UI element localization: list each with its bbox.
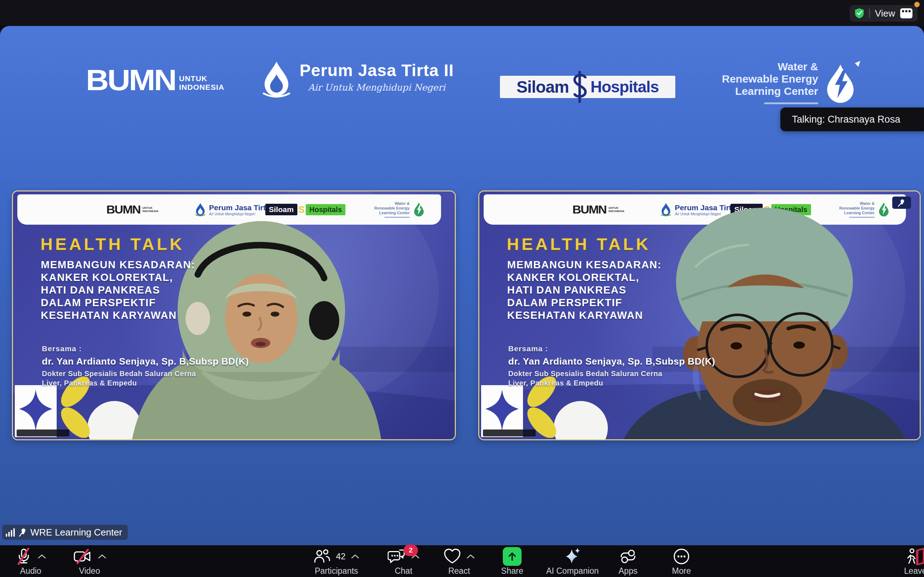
video-button[interactable]: Video	[64, 548, 115, 576]
apps-icon[interactable]	[620, 549, 636, 564]
siloam-emblem-icon: S	[764, 204, 770, 215]
watermark-label	[16, 429, 69, 436]
bumn-logo-mini: BUMN UNTUKINDONESIA	[572, 203, 624, 217]
wre-line-1: Water &	[778, 61, 818, 73]
water-drop-icon	[195, 203, 205, 216]
virtual-background: BUMN UNTUKINDONESIA Perum Jasa Tirta II …	[479, 192, 920, 439]
pjt-logo-mini: Perum Jasa Tirta II Air Untuk Menghidupi…	[661, 203, 742, 216]
window-top-bar: View	[0, 0, 924, 26]
wre-learning-center-logo: Water & Renewable Energy Learning Center	[722, 61, 861, 107]
network-signal-icon	[6, 528, 15, 537]
pjt-name: Perum Jasa Tirta II	[300, 61, 454, 80]
video-options-chevron[interactable]	[98, 554, 106, 559]
slide-with-label: Bersama :	[508, 344, 548, 353]
bumn-logo-mini: BUMN UNTUKINDONESIA	[107, 203, 158, 217]
decor-circle	[554, 401, 608, 440]
recording-indicator-dot	[914, 2, 920, 7]
slide-banner: BUMN UNTUKINDONESIA Perum Jasa Tirta II …	[484, 194, 906, 225]
camera-muted-icon[interactable]	[73, 549, 92, 564]
share-button[interactable]: Share	[492, 548, 532, 576]
meeting-toolbar: Audio Video	[0, 545, 924, 577]
slide-title: MEMBANGUN KESADARAN: KANKER KOLOREKTAL, …	[507, 259, 662, 322]
security-shield-icon[interactable]	[855, 8, 864, 19]
gallery-view-icon[interactable]	[900, 8, 913, 18]
virtual-background: BUMN UNTUKINDONESIA Perum Jasa Tirta II …	[13, 192, 455, 439]
siloam-logo-mini: Siloam S Hospitals	[730, 204, 811, 215]
slide-heading: HEALTH TALK	[40, 234, 184, 254]
slide-speaker-desc: Dokter Sub Spesialis Bedah Saluran Cerna	[508, 370, 662, 378]
chat-unread-badge: 2	[404, 545, 418, 556]
view-button-label[interactable]: View	[875, 8, 895, 19]
video-tile-speaker-2[interactable]: BUMN UNTUKINDONESIA Perum Jasa Tirta II …	[478, 190, 921, 440]
bumn-tagline-2: INDONESIA	[179, 83, 225, 92]
ai-companion-sparkle-icon[interactable]	[563, 547, 582, 566]
video-tile-speaker-1[interactable]: BUMN UNTUKINDONESIA Perum Jasa Tirta II …	[12, 190, 456, 440]
react-button[interactable]: React	[434, 548, 485, 576]
wre-logo-mini: Water & Renewable Energy Learning Center	[374, 201, 426, 218]
pjt-logo-mini: Perum Jasa Tirta II Air Untuk Menghidupi…	[195, 203, 276, 216]
audio-options-chevron[interactable]	[38, 554, 46, 559]
slide-banner: BUMN UNTUKINDONESIA Perum Jasa Tirta II …	[17, 194, 441, 225]
topbar-divider	[869, 9, 870, 18]
slide-with-label: Bersama :	[42, 344, 82, 353]
slide-title: MEMBANGUN KESADARAN: KANKER KOLOREKTAL, …	[41, 259, 195, 322]
heart-icon[interactable]	[444, 548, 461, 564]
participants-button[interactable]: 42 Participants	[300, 548, 373, 576]
siloam-logo-mini: Siloam S Hospitals	[265, 204, 346, 215]
pinned-badge[interactable]	[892, 197, 911, 209]
meeting-stage: BUMN UNTUK INDONESIA Perum Jasa Tirta II…	[0, 26, 924, 545]
slide-speaker-name: dr. Yan Ardianto Senjaya, Sp. B,Subsp BD…	[42, 356, 249, 367]
wre-drop-bolt-icon	[878, 201, 891, 218]
pin-icon	[19, 528, 27, 537]
view-controls[interactable]: View	[850, 5, 918, 22]
chat-icon[interactable]	[388, 548, 406, 564]
audio-button[interactable]: Audio	[7, 548, 54, 576]
share-screen-icon[interactable]	[503, 547, 522, 566]
self-view-name-label[interactable]: WRE Learning Center	[2, 525, 128, 540]
slide-speaker-desc: Dokter Sub Spesialis Bedah Saluran Cerna	[42, 370, 196, 378]
apps-button[interactable]: Apps	[608, 548, 648, 576]
wre-line-2: Renewable Energy	[722, 73, 818, 85]
wre-underline	[764, 102, 818, 104]
siloam-emblem-icon: S	[299, 204, 305, 215]
decor-circle	[87, 401, 142, 440]
siloam-hospitals-logo: Siloam Hospitals	[500, 76, 675, 98]
slide-heading: HEALTH TALK	[507, 234, 651, 254]
wre-line-3: Learning Center	[735, 85, 818, 97]
slide-speaker-desc: Liver, Pankreas & Empedu	[508, 379, 603, 387]
more-button[interactable]: More	[662, 548, 701, 576]
wre-drop-bolt-icon	[825, 61, 861, 107]
more-ellipsis-icon[interactable]	[673, 548, 690, 565]
perum-jasa-tirta-logo: Perum Jasa Tirta II Air Untuk Menghidupi…	[263, 61, 454, 98]
participants-count: 42	[336, 551, 346, 561]
wre-logo-mini: Water & Renewable Energy Learning Center	[839, 201, 891, 218]
pjt-tagline: Air Untuk Menghidupi Negeri	[300, 82, 454, 93]
self-view-name: WRE Learning Center	[30, 527, 122, 538]
pin-icon	[898, 199, 906, 206]
slide-speaker-name: dr. Yan Ardianto Senjaya, Sp. B,Subsp BD…	[508, 356, 715, 367]
microphone-muted-icon[interactable]	[16, 548, 32, 565]
chat-button[interactable]: 2 Chat	[378, 548, 429, 576]
bumn-logo: BUMN UNTUK INDONESIA	[86, 66, 225, 94]
leave-button[interactable]: Leave	[895, 548, 924, 576]
wre-drop-bolt-icon	[413, 201, 426, 218]
bumn-tagline-1: UNTUK	[179, 74, 225, 83]
slide-speaker-desc: Liver, Pankreas & Empedu	[42, 379, 137, 387]
talking-label: Talking: Chrasnaya Rosa	[792, 114, 900, 125]
participants-icon[interactable]	[313, 549, 330, 564]
water-drop-icon	[661, 203, 671, 216]
react-options-chevron[interactable]	[467, 554, 475, 559]
ai-companion-button[interactable]: AI Companion	[540, 548, 605, 576]
active-speaker-indicator: Talking: Chrasnaya Rosa	[780, 108, 924, 131]
participants-options-chevron[interactable]	[351, 554, 359, 559]
siloam-emblem-icon	[572, 70, 588, 103]
watermark-label	[483, 429, 536, 436]
zoom-meeting-window: View BUMN UNTUK INDONESIA	[0, 0, 924, 577]
water-drop-icon	[263, 61, 290, 98]
leave-door-icon[interactable]	[906, 548, 924, 565]
